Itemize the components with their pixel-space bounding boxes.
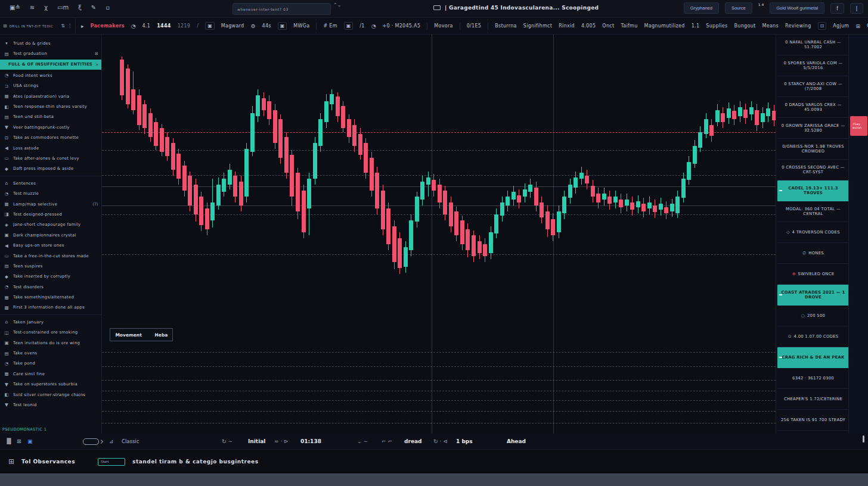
collapse-chevrons[interactable]: ⌃⌄ bbox=[333, 2, 341, 8]
toolbar-item[interactable]: Magward bbox=[221, 23, 244, 29]
sidebar-item[interactable]: ▤Take ovens bbox=[0, 348, 101, 358]
bottom-toolbar-item[interactable]: Classic bbox=[122, 438, 139, 444]
forward-icon[interactable]: ≈ · ⊳ bbox=[274, 438, 289, 444]
bottom-toolbar-item[interactable]: Initial bbox=[248, 438, 265, 444]
toolbar-item[interactable]: Signifihmct bbox=[523, 23, 552, 29]
sidebar-item[interactable]: ◔Test disorders bbox=[0, 282, 101, 292]
toolbar-item[interactable]: Onct bbox=[602, 23, 614, 29]
toolbar-item[interactable]: Taifmu bbox=[621, 23, 637, 29]
order-row[interactable]: 0 CROSSES SECOND AVEC — CRT-SYST bbox=[777, 160, 849, 180]
sidebar-item[interactable]: ◔Take pond bbox=[0, 359, 101, 369]
toolbar-item[interactable]: Agjum bbox=[833, 23, 849, 29]
order-row[interactable]: 0 DRADS VARLOS CREX — 45.0093 bbox=[777, 97, 849, 118]
card-icon[interactable]: ▭m bbox=[57, 4, 69, 11]
corner-icon[interactable]: ⌐ ⌐ bbox=[382, 438, 392, 444]
scrollbar-thumb[interactable] bbox=[863, 435, 864, 443]
toolbar-item[interactable]: Supplies bbox=[706, 23, 727, 29]
clock-icon[interactable]: ◔ bbox=[131, 23, 136, 29]
sidebar-item[interactable]: ▼Test leonid bbox=[0, 400, 101, 410]
sidebar-item[interactable]: ⌂Taken January bbox=[0, 317, 101, 327]
order-row[interactable]: ◇4 TROVERSON CODES bbox=[777, 222, 849, 243]
price-tag[interactable]: 75wywutan bbox=[850, 116, 867, 136]
sidebar-header[interactable]: ⊞ DRILL IN TNT-DIT TEDIC ⇅ ⋮ bbox=[0, 18, 76, 34]
panel-icon[interactable]: ▣ bbox=[205, 22, 215, 30]
order-row[interactable]: ⊙4.00 1.07.00 CODES bbox=[777, 326, 849, 347]
order-row[interactable]: ○200 500 bbox=[777, 306, 849, 326]
toolbar-item[interactable]: / bbox=[197, 23, 199, 29]
sidebar-item[interactable]: ◆Daft press imposed & aside bbox=[0, 164, 101, 174]
delta-icon[interactable]: ⊿ bbox=[109, 438, 114, 444]
sidebar-item[interactable]: ▼Take on superstores suburbia bbox=[0, 379, 101, 390]
order-row-highlighted[interactable]: CADEL 19.13+ 111.3 TROVES bbox=[777, 180, 849, 201]
order-row-highlighted[interactable]: COAST ATRADES 2021 — 1 DROVE bbox=[777, 285, 849, 306]
sidebar-item[interactable]: ◈Jane-short cheapourage family bbox=[0, 220, 101, 230]
panes-icon[interactable]: ▐▌ bbox=[5, 438, 13, 444]
toolbar-item[interactable]: 44s bbox=[262, 23, 271, 29]
pen-icon[interactable]: ✎ bbox=[91, 4, 96, 11]
toolbar-item[interactable]: 1.1 bbox=[692, 23, 700, 29]
bottom-toolbar-item[interactable]: 1 bps bbox=[456, 438, 473, 444]
order-row[interactable]: 0 GROWN ZARISSA GRACE — 32.5280 bbox=[777, 118, 849, 139]
sidebar-item[interactable]: ▤Test graduation⊠ bbox=[0, 48, 101, 58]
sidebar-item[interactable]: ▭Take after-alones & const levy bbox=[0, 153, 101, 163]
order-row-highlighted[interactable]: CRAG RICH & DE AN PEAK bbox=[777, 347, 849, 368]
sidebar-item[interactable]: ◀Easy ups-on store ones bbox=[0, 240, 101, 250]
toolbar-item[interactable]: 0/1E5 bbox=[467, 23, 482, 29]
sidebar-item[interactable]: ◀Loss astode bbox=[0, 143, 101, 153]
sidebar-item[interactable]: ▣Teen invitations do is ore wing bbox=[0, 338, 101, 348]
sidebar-item[interactable]: ◔Test muzzle bbox=[0, 188, 101, 198]
sidebar-item[interactable]: ▾Trust do & grides bbox=[0, 38, 101, 48]
order-row[interactable]: ⊕SWIVELED ONCE bbox=[777, 264, 849, 285]
toolbar-item[interactable]: 1219 bbox=[178, 23, 191, 29]
refresh-icon[interactable]: ↻ ∼ bbox=[222, 438, 232, 444]
order-row[interactable]: 0 NAFAL UNREAL CASH — 51.7002 bbox=[777, 35, 849, 55]
sidebar-item[interactable]: ▤Teen und still-beta bbox=[0, 112, 101, 122]
sidebar-item[interactable]: ◧Teen response-thin shares varsity bbox=[0, 101, 101, 111]
topbar-button[interactable]: Gold Woolf gunmetal bbox=[770, 2, 824, 14]
tools-icon[interactable]: χ bbox=[44, 4, 48, 11]
file-icon[interactable]: ▫ bbox=[106, 4, 110, 11]
chevron-down-icon[interactable]: ⌄ ∼ bbox=[357, 438, 368, 444]
sidebar-item[interactable]: ◆Take inserted by corruptly bbox=[0, 272, 101, 282]
rewind-icon[interactable]: ↻ · ⊲ bbox=[433, 438, 448, 444]
order-row[interactable]: 0 STARCY AND-AXI COW — (7/2008 bbox=[777, 76, 849, 97]
bottom-toolbar-item[interactable]: Ahead bbox=[507, 438, 526, 444]
toolbar-item[interactable]: Movora bbox=[434, 23, 452, 29]
toolbar-item[interactable]: +0 · M2045.A5 bbox=[383, 23, 421, 29]
sidebar-item[interactable]: ▼Veer battingsprunk-costly bbox=[0, 122, 101, 132]
window-icon[interactable]: ⊡ bbox=[818, 22, 827, 30]
toolbar-item[interactable]: Rinxid bbox=[559, 23, 575, 29]
bottom-toolbar-item[interactable]: 01:138 bbox=[300, 438, 321, 444]
order-row[interactable]: 0 SPORES VARIOLA COM — 5/5/2016 bbox=[777, 55, 849, 76]
toolbar-item[interactable]: 1444 bbox=[157, 23, 170, 29]
flag-icon[interactable]: f bbox=[830, 3, 844, 14]
sidebar-item-active[interactable]: FULL & OF INSUFFICIENT ENTITIES› bbox=[0, 60, 101, 70]
clock-icon[interactable]: ◔ bbox=[371, 23, 376, 29]
gear-icon[interactable]: ⚙ bbox=[250, 23, 255, 29]
divider-icon[interactable]: | bbox=[850, 3, 863, 14]
order-row[interactable]: 6342 · 36172 0300 bbox=[777, 368, 849, 389]
topbar-button[interactable]: Gryphaned bbox=[684, 2, 719, 14]
play-icon[interactable]: ▸ bbox=[81, 23, 84, 29]
more-icon[interactable]: ⋮ bbox=[67, 23, 72, 29]
hook-icon[interactable]: ξ bbox=[78, 4, 82, 11]
symbol-label[interactable]: Pacemakers bbox=[91, 23, 125, 29]
sidebar-item[interactable]: ▤Teen suspires bbox=[0, 261, 101, 271]
sidebar-item[interactable]: ▣Dark championnaires crystal bbox=[0, 230, 101, 240]
chart-legend-box[interactable]: Movement Heba bbox=[110, 328, 173, 341]
toolbar-item[interactable]: Reviewing bbox=[785, 23, 811, 29]
grid-icon[interactable]: ⊞ bbox=[8, 457, 14, 466]
layout-icon[interactable]: ▣ bbox=[27, 438, 33, 444]
toolbar-item[interactable]: 4.1 bbox=[142, 23, 151, 29]
order-row[interactable]: CHEAPER'S 1.72/CETERINE bbox=[777, 389, 849, 410]
sidebar-item[interactable]: ◨Test designed-pressed bbox=[0, 209, 101, 219]
toolbar-item[interactable]: Bsturrna bbox=[495, 23, 517, 29]
toolbar-item[interactable]: MWGa bbox=[293, 23, 309, 29]
toolbar-item[interactable]: 4.005 bbox=[581, 23, 596, 29]
toolbar-item[interactable]: Bungout bbox=[734, 23, 756, 29]
sidebar-item[interactable]: ▦Ates (palaestration) varia bbox=[0, 91, 101, 101]
search-input[interactable]: whenever-inter-tent? 03 bbox=[232, 3, 331, 15]
status-chip[interactable]: Start bbox=[98, 458, 125, 466]
range-slider[interactable] bbox=[83, 438, 99, 445]
lock-icon[interactable]: ▣≙ bbox=[10, 4, 20, 11]
